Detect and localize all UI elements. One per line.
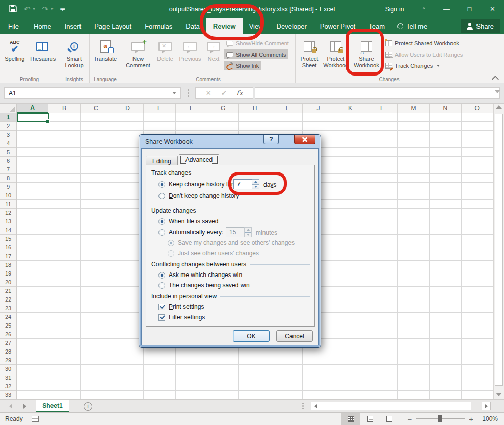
- page-layout-view-button[interactable]: [360, 413, 380, 425]
- tab-file[interactable]: File: [0, 18, 27, 34]
- dont-keep-history-radio[interactable]: [158, 193, 165, 199]
- dialog-title-bar[interactable]: Share Workbook: [139, 135, 321, 148]
- formula-input[interactable]: [255, 87, 500, 99]
- tab-page-layout[interactable]: Page Layout: [88, 18, 138, 34]
- enter-entry-icon[interactable]: ✔: [221, 89, 227, 97]
- expand-formula-bar-icon[interactable]: [495, 90, 500, 93]
- row-header-31[interactable]: 31: [0, 373, 16, 382]
- column-header-I[interactable]: I: [271, 104, 303, 113]
- column-header-K[interactable]: K: [334, 104, 366, 113]
- smart-lookup-button[interactable]: i Smart Lookup: [61, 36, 88, 76]
- show-all-comments-button[interactable]: Show All Comments: [224, 49, 288, 59]
- delete-comment-button[interactable]: ✕ Delete: [153, 36, 177, 76]
- row-header-3[interactable]: 3: [0, 131, 16, 139]
- row-header-15[interactable]: 15: [0, 235, 16, 243]
- cancel-button[interactable]: Cancel: [276, 330, 313, 342]
- row-header-21[interactable]: 21: [0, 287, 16, 295]
- vertical-scroll-thumb[interactable]: [495, 114, 503, 386]
- keep-history-radio[interactable]: [158, 181, 165, 188]
- column-header-B[interactable]: B: [48, 104, 80, 113]
- row-header-12[interactable]: 12: [0, 209, 16, 217]
- option-keep-history[interactable]: Keep change history for:: [158, 181, 235, 188]
- new-comment-button[interactable]: + New Comment: [123, 36, 153, 76]
- close-icon[interactable]: ✕: [481, 0, 504, 18]
- dialog-tab-editing[interactable]: Editing: [146, 156, 178, 165]
- track-changes-button[interactable]: Track Changes: [383, 61, 442, 70]
- row-header-24[interactable]: 24: [0, 313, 16, 321]
- row-header-30[interactable]: 30: [0, 365, 16, 373]
- row-header-18[interactable]: 18: [0, 261, 16, 269]
- when-saved-radio[interactable]: [158, 218, 165, 225]
- row-header-28[interactable]: 28: [0, 347, 16, 356]
- redo-icon[interactable]: ↷: [42, 5, 49, 13]
- tab-formulas[interactable]: Formulas: [138, 18, 179, 34]
- scroll-up-icon[interactable]: [496, 105, 502, 109]
- sign-in-button[interactable]: Sign in: [377, 0, 412, 18]
- saved-win-radio[interactable]: [158, 282, 165, 289]
- row-header-5[interactable]: 5: [0, 148, 16, 157]
- undo-dropdown-icon[interactable]: ▾: [33, 7, 35, 11]
- option-ask-me[interactable]: Ask me which changes win: [158, 271, 242, 279]
- option-dont-keep-history[interactable]: Don't keep change history: [158, 192, 239, 199]
- scroll-left-icon[interactable]: [311, 402, 320, 410]
- column-header-E[interactable]: E: [144, 104, 175, 113]
- horizontal-scroll-thumb[interactable]: [320, 402, 471, 410]
- row-header-6[interactable]: 6: [0, 157, 16, 165]
- dialog-close-button[interactable]: [294, 135, 315, 144]
- share-button[interactable]: Share: [461, 19, 500, 33]
- dialog-help-button[interactable]: ?: [263, 135, 279, 144]
- column-header-H[interactable]: H: [239, 104, 271, 113]
- name-box-dropdown-icon[interactable]: [172, 92, 176, 94]
- translate-button[interactable]: a Translate: [91, 36, 119, 76]
- insert-function-icon[interactable]: fx: [236, 89, 243, 97]
- undo-icon[interactable]: ↶: [24, 5, 31, 13]
- filter-settings-checkbox[interactable]: [158, 314, 165, 321]
- zoom-out-icon[interactable]: −: [407, 415, 412, 423]
- row-header-10[interactable]: 10: [0, 191, 16, 200]
- print-settings-checkbox[interactable]: [158, 304, 165, 310]
- show-ink-button[interactable]: Show Ink: [224, 61, 261, 70]
- horizontal-scrollbar[interactable]: [311, 402, 491, 410]
- selected-cell-a1[interactable]: [17, 113, 49, 122]
- option-print-settings[interactable]: Print settings: [158, 303, 204, 310]
- column-header-O[interactable]: O: [462, 104, 493, 113]
- next-sheet-icon[interactable]: [23, 404, 26, 409]
- sheet-tab-sheet1[interactable]: Sheet1: [36, 400, 69, 412]
- cancel-entry-icon[interactable]: ✕: [206, 89, 211, 97]
- tab-developer[interactable]: Developer: [270, 18, 313, 34]
- column-header-D[interactable]: D: [112, 104, 144, 113]
- maximize-icon[interactable]: □: [458, 0, 481, 18]
- row-header-33[interactable]: 33: [0, 391, 16, 399]
- row-header-2[interactable]: 2: [0, 122, 16, 131]
- option-saved-win[interactable]: The changes being saved win: [158, 282, 250, 289]
- scroll-down-icon[interactable]: [496, 393, 502, 396]
- column-header-L[interactable]: L: [366, 104, 398, 113]
- page-break-view-button[interactable]: [380, 413, 399, 425]
- zoom-slider-thumb[interactable]: [438, 415, 442, 422]
- column-header-N[interactable]: N: [430, 104, 461, 113]
- thesaurus-button[interactable]: Thesaurus: [28, 36, 57, 76]
- row-header-17[interactable]: 17: [0, 252, 16, 261]
- select-all-button[interactable]: [0, 104, 17, 113]
- row-header-26[interactable]: 26: [0, 330, 16, 339]
- row-header-22[interactable]: 22: [0, 295, 16, 304]
- row-header-9[interactable]: 9: [0, 183, 16, 191]
- row-header-27[interactable]: 27: [0, 339, 16, 347]
- allow-users-button[interactable]: Allow Users to Edit Ranges: [383, 49, 465, 59]
- tab-home[interactable]: Home: [27, 18, 58, 34]
- row-header-32[interactable]: 32: [0, 382, 16, 391]
- option-auto-every[interactable]: Automatically every:: [158, 229, 223, 236]
- auto-every-radio[interactable]: [158, 229, 165, 236]
- row-header-20[interactable]: 20: [0, 278, 16, 287]
- protect-sheet-button[interactable]: Protect Sheet: [297, 36, 322, 76]
- save-icon[interactable]: [9, 5, 17, 13]
- tab-insert[interactable]: Insert: [58, 18, 88, 34]
- redo-dropdown-icon[interactable]: ▾: [51, 7, 53, 11]
- column-header-J[interactable]: J: [303, 104, 334, 113]
- vertical-scrollbar[interactable]: [493, 104, 504, 399]
- row-header-4[interactable]: 4: [0, 139, 16, 148]
- next-comment-button[interactable]: → Next: [203, 36, 224, 76]
- row-header-13[interactable]: 13: [0, 217, 16, 226]
- normal-view-button[interactable]: [341, 413, 360, 425]
- row-header-23[interactable]: 23: [0, 304, 16, 313]
